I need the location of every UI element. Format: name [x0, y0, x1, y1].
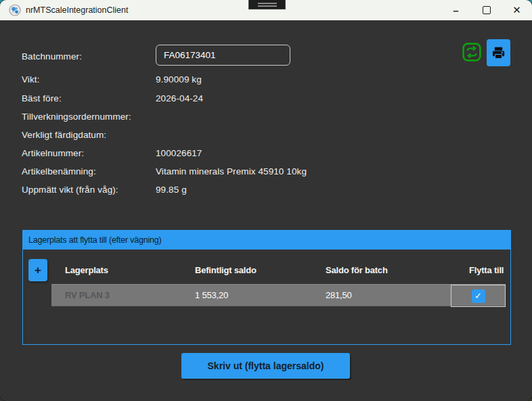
vikt-value: 9.90009 kg — [156, 74, 202, 85]
artikelbenamning-label: Artikelbenämning: — [22, 166, 96, 176]
refresh-icon — [462, 42, 482, 62]
tillverkningsordernummer-label: Tillverkningsordernummer: — [22, 112, 131, 122]
uppmatt-vikt-value: 99.85 g — [156, 185, 187, 195]
row-lagerplats-value: RV PLAN 3 — [65, 290, 110, 300]
verkligt-fardigdatum-label: Verkligt färdigdatum: — [22, 130, 106, 140]
refresh-button[interactable] — [462, 42, 482, 62]
uppmatt-vikt-label: Uppmätt vikt (från våg): — [22, 185, 118, 195]
row-saldo-for-batch-value: 281,50 — [326, 290, 352, 300]
bast-fore-label: Bäst före: — [22, 93, 62, 103]
window-title: nrMTScaleIntegrationClient — [26, 5, 128, 15]
add-row-button[interactable]: + — [28, 259, 47, 281]
window-drag-handle[interactable] — [248, 0, 286, 9]
column-header-saldo-for-batch: Saldo för batch — [326, 265, 388, 275]
row-befintligt-saldo-value: 1 553,20 — [195, 290, 228, 300]
skriv-ut-button[interactable]: Skriv ut (flytta lagersaldo) — [181, 353, 350, 379]
minimize-button[interactable]: – — [441, 0, 471, 20]
close-icon: ✕ — [512, 4, 521, 16]
table-row[interactable]: RV PLAN 3 1 553,20 281,50 ✓ — [51, 284, 506, 306]
artikelbenamning-value: Vitamin minerals Premix 45910 10kg — [156, 166, 307, 176]
minimize-icon: – — [453, 5, 458, 16]
column-header-lagerplats: Lagerplats — [65, 265, 108, 275]
print-button[interactable] — [487, 39, 510, 66]
maximize-button[interactable] — [471, 0, 502, 20]
flytta-till-cell[interactable]: ✓ — [451, 285, 506, 307]
lagerplats-panel: Lagerplats att flytta till (efter vägnin… — [22, 230, 511, 345]
batchnummer-label: Batchnummer: — [22, 51, 82, 62]
maximize-icon — [483, 6, 491, 14]
artikelnummer-label: Artikelnummer: — [22, 148, 84, 158]
lagerplats-panel-header: Lagerplats att flytta till (efter vägnin… — [23, 231, 510, 250]
close-button[interactable]: ✕ — [502, 0, 532, 20]
batchnummer-input[interactable] — [156, 45, 290, 66]
column-header-befintligt-saldo: Befintligt saldo — [195, 265, 257, 275]
printer-icon — [491, 45, 506, 61]
column-header-flytta-till: Flytta till — [469, 265, 504, 275]
artikelnummer-value: 100026617 — [156, 148, 202, 158]
app-icon — [9, 4, 21, 16]
check-icon: ✓ — [474, 291, 482, 301]
bast-fore-value: 2026-04-24 — [156, 93, 203, 103]
vikt-label: Vikt: — [22, 74, 40, 85]
app-window: nrMTScaleIntegrationClient – ✕ Batchnumm… — [0, 0, 532, 401]
flytta-till-checkbox[interactable]: ✓ — [472, 289, 485, 303]
